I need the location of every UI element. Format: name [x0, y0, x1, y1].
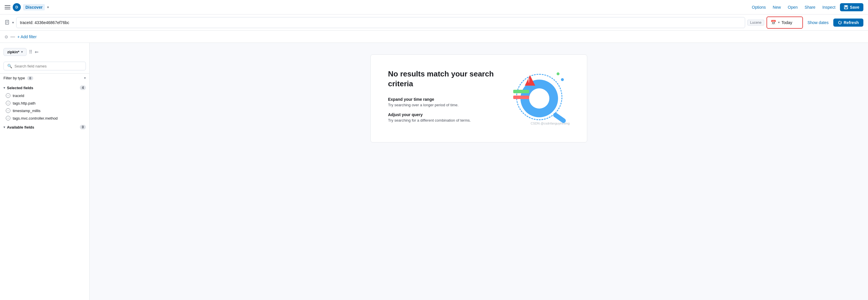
app-name[interactable]: Discover: [23, 4, 45, 10]
filter-bar: ⊙ — + Add filter: [0, 31, 868, 43]
sidebar: zipkin* ▾ ⠿ ⇐ 🔍 Filter by type 0 ▾ ▾: [0, 43, 90, 300]
field-icon-timestamp: ○: [6, 108, 10, 113]
date-picker[interactable]: 📅 ▾ Today: [767, 17, 802, 28]
selected-fields-header[interactable]: ▾ Selected fields 4: [0, 83, 89, 92]
hamburger-menu[interactable]: [5, 4, 10, 10]
field-icon-httppath: ○: [6, 101, 10, 105]
field-item-traceid[interactable]: ○ traceId: [0, 92, 89, 99]
bar2: [513, 96, 529, 99]
suggestion1-title: Expand your time range: [388, 97, 500, 102]
dot2: [561, 78, 564, 81]
index-chevron: ▾: [21, 50, 23, 54]
query-bar: ▾ Lucene 📅 ▾ Today Show dates Refresh: [0, 15, 868, 31]
field-item-timestamp[interactable]: ○ timestamp_millis: [0, 107, 89, 114]
selected-fields-title: ▾ Selected fields: [3, 86, 33, 90]
svg-rect-1: [845, 5, 847, 7]
inspect-button[interactable]: Inspect: [820, 4, 838, 11]
search-icon: 🔍: [7, 64, 12, 69]
filter-type-label: Filter by type 0: [3, 76, 33, 80]
options-button[interactable]: Options: [749, 4, 768, 11]
date-chevron[interactable]: ▾: [778, 21, 780, 24]
save-icon: [844, 5, 848, 9]
query-type-chevron[interactable]: ▾: [12, 21, 14, 25]
selected-fields-list: ○ traceId ○ tags.http.path ○ timestamp_m…: [0, 92, 89, 122]
results-area: No results match your search criteria Ex…: [90, 43, 868, 300]
field-item-controller[interactable]: ○ tags.mvc.controller.method: [0, 114, 89, 122]
query-input[interactable]: [20, 20, 741, 25]
app-name-chevron[interactable]: ▾: [47, 5, 49, 9]
available-fields-count: 0: [80, 125, 86, 130]
field-name-traceid: traceId: [13, 93, 24, 98]
show-dates-button[interactable]: Show dates: [805, 19, 831, 26]
warning-text: !: [528, 78, 530, 84]
grid-icon[interactable]: ⠿: [29, 49, 32, 55]
filter-type-chevron: ▾: [84, 76, 86, 80]
suggestion2-desc: Try searching for a different combinatio…: [388, 118, 500, 122]
no-results-card: No results match your search criteria Ex…: [370, 54, 587, 142]
field-icon-traceid: ○: [6, 93, 10, 98]
search-field-wrapper: 🔍: [0, 60, 89, 73]
filter-type-row[interactable]: Filter by type 0 ▾: [0, 73, 89, 83]
field-item-httppath[interactable]: ○ tags.http.path: [0, 99, 89, 107]
available-fields-title: ▾ Available fields: [3, 125, 34, 130]
selected-fields-count: 4: [80, 85, 86, 90]
query-doc-icon[interactable]: [5, 20, 10, 26]
no-results-title: No results match your search criteria: [388, 69, 500, 89]
new-button[interactable]: New: [771, 4, 783, 11]
calendar-icon: 📅: [771, 20, 776, 25]
dot1: [557, 73, 559, 75]
field-name-httppath: tags.http.path: [13, 101, 36, 105]
filter-icon[interactable]: ⊙: [5, 34, 8, 39]
save-button[interactable]: Save: [840, 3, 863, 11]
index-name: zipkin*: [7, 50, 19, 54]
field-name-controller: tags.mvc.controller.method: [13, 116, 58, 120]
no-results-text: No results match your search criteria Ex…: [388, 69, 500, 128]
refresh-icon: [838, 21, 842, 25]
app-logo: D: [13, 3, 21, 11]
arrow-left-icon[interactable]: ⇐: [35, 49, 38, 55]
open-button[interactable]: Open: [785, 4, 800, 11]
date-label: Today: [781, 20, 799, 25]
top-nav: D Discover ▾ Options New Open Share Insp…: [0, 0, 868, 15]
share-button[interactable]: Share: [802, 4, 818, 11]
inner-circle: [529, 88, 549, 109]
field-icon-controller: ○: [6, 116, 10, 120]
lucene-badge: Lucene: [747, 20, 764, 26]
refresh-button[interactable]: Refresh: [833, 19, 863, 27]
add-filter-button[interactable]: + Add filter: [17, 34, 37, 39]
bar1: [513, 90, 529, 93]
available-fields-header[interactable]: ▾ Available fields 0: [0, 122, 89, 131]
filter-dash[interactable]: —: [10, 34, 15, 39]
search-field-input[interactable]: 🔍: [3, 62, 86, 71]
index-selector: zipkin* ▾ ⠿ ⇐: [0, 46, 89, 58]
query-input-wrapper[interactable]: [16, 17, 745, 28]
search-field-text[interactable]: [14, 64, 82, 69]
no-results-illustration: ! CSDN @csdnfanguyinheng: [512, 70, 569, 128]
field-name-timestamp: timestamp_millis: [13, 109, 40, 113]
filter-type-count: 0: [27, 76, 33, 80]
suggestion2-title: Adjust your query: [388, 112, 500, 117]
index-button[interactable]: zipkin* ▾: [3, 48, 27, 56]
suggestion1-desc: Try searching over a longer period of ti…: [388, 103, 500, 107]
main-area: zipkin* ▾ ⠿ ⇐ 🔍 Filter by type 0 ▾ ▾: [0, 43, 868, 300]
date-picker-wrapper: 📅 ▾ Today: [767, 17, 803, 29]
